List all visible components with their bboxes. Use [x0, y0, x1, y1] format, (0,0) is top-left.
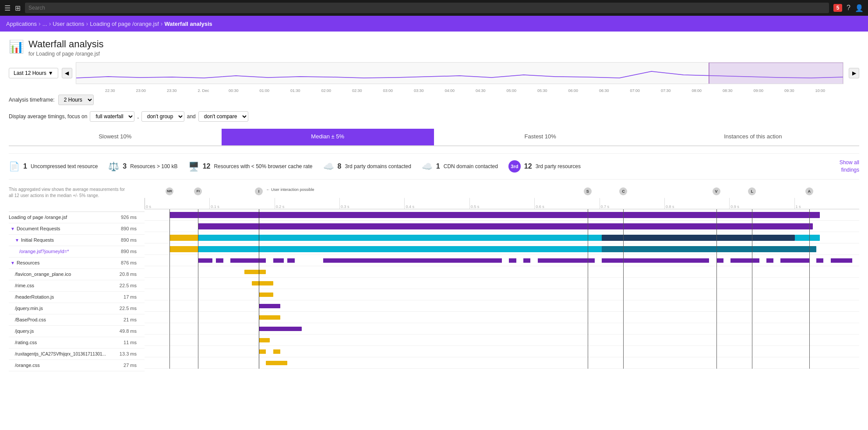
- bar-initial-cyan2: [795, 235, 820, 241]
- timeline-labels: 22:30 23:00 23:30 2. Dec 00:30 01:00 01:…: [105, 88, 846, 93]
- show-all-findings-link[interactable]: Show all findings: [840, 159, 859, 174]
- wf-time-headerrotation: 17 ms: [114, 294, 140, 300]
- bar-ruxitagent-2: [273, 349, 280, 354]
- expand-doc-icon: ▼: [11, 226, 15, 231]
- scale-icon: ⚖️: [108, 161, 119, 172]
- wf-row-initial: ▼ Initial Requests 890 ms: [9, 235, 145, 246]
- ruler: 0 s 0.1 s 0.2 s 0.3 s 0.4 s 0.5 s 0.6 s …: [145, 198, 859, 209]
- breadcrumb-waterfall: Waterfall analysis: [164, 21, 212, 27]
- wf-label-baseprod: /BaseProd.css: [9, 317, 114, 322]
- compare-select[interactable]: don't compare: [198, 111, 248, 122]
- breadcrumb-applications[interactable]: Applications: [6, 21, 37, 27]
- wf-time-rating: 11 ms: [114, 340, 140, 345]
- wf-label-root: Loading of page /orange.jsf: [9, 215, 114, 220]
- expand-resources-icon: ▼: [11, 261, 15, 265]
- breadcrumb-page-load[interactable]: Loading of page /orange.jsf: [90, 21, 159, 27]
- tab-slowest[interactable]: Slowest 10%: [9, 129, 222, 145]
- breadcrumb-user-actions[interactable]: User actions: [53, 21, 84, 27]
- breadcrumb: Applications › ... › User actions › Load…: [0, 16, 868, 32]
- wf-row-ruxitagent: /ruxitagentjs_ICA27SVfhijqrx_10136171130…: [9, 349, 145, 360]
- tab-instances[interactable]: Instances of this action: [647, 129, 860, 145]
- wf-label-orangecss: /orange.css: [9, 363, 114, 368]
- timeframe-select[interactable]: 2 Hours: [58, 95, 94, 105]
- findings-row: 📄 1 Uncompressed text resource ⚖️ 3 Reso…: [9, 153, 859, 180]
- timeline-section: Last 12 Hours ▼ ◀ Click the timeline to …: [9, 62, 859, 84]
- grid-icon[interactable]: ⊞: [15, 4, 21, 12]
- bar-initial-darkteal: [602, 235, 795, 241]
- wf-label-orangejsf[interactable]: /orange.jsf?journeyId=*: [9, 249, 114, 254]
- wf-time-ruxitagent: 13.3 ms: [114, 351, 140, 356]
- breadcrumb-app-name[interactable]: ...: [42, 21, 47, 27]
- waterfall-bars: [145, 209, 859, 369]
- help-icon[interactable]: ?: [847, 4, 850, 12]
- page-subtitle: for Loading of page /orange.jsf: [28, 51, 104, 57]
- finding-count-2: 3: [123, 162, 127, 170]
- wf-label-initial[interactable]: ▼ Initial Requests: [9, 237, 114, 243]
- bar-res-2: [216, 258, 223, 263]
- group-select[interactable]: don't group: [141, 111, 184, 122]
- wf-label-jquery: /jquery.js: [9, 328, 114, 334]
- bar-doc-purple: [198, 223, 813, 229]
- cloud-icon-2: ☁️: [422, 161, 433, 172]
- finding-label-1: Uncompressed text resource: [31, 163, 98, 169]
- aggregated-note: This aggregated view shows the average m…: [9, 187, 127, 199]
- display-prefix: Display average timings, focus on: [9, 113, 87, 120]
- vline-FI: [198, 209, 198, 369]
- bar-jquery: [259, 327, 302, 331]
- finding-label-6: 3rd party resources: [536, 163, 581, 169]
- marker-row: NR FI I ← User interaction possible S C …: [145, 187, 859, 196]
- bar-ruxitagent-1: [259, 349, 266, 354]
- timeframe-label: Analysis timeframe:: [9, 97, 55, 103]
- focus-select[interactable]: full waterfall: [90, 111, 134, 122]
- monitor-icon: 🖥️: [188, 161, 199, 172]
- finding-cdn: ☁️ 1 CDN domain contacted: [422, 161, 498, 172]
- marker-NR: NR: [166, 187, 173, 195]
- wf-row-rime: /rime.css 22.5 ms: [9, 280, 145, 292]
- marker-V: V: [713, 187, 720, 195]
- expand-initial-icon: ▼: [15, 238, 19, 243]
- notification-badge[interactable]: 5: [833, 4, 842, 12]
- third-party-badge: 3rd: [508, 160, 521, 173]
- bar-res-13: [730, 258, 759, 263]
- breadcrumb-sep-3: ›: [86, 20, 88, 27]
- waterfall-section: This aggregated view shows the average m…: [9, 187, 859, 371]
- ruler-spacer: [9, 201, 145, 212]
- breadcrumb-sep-1: ›: [39, 20, 41, 27]
- wf-label-rating: /rating.css: [9, 340, 114, 345]
- finding-count-3: 12: [203, 162, 211, 170]
- wf-row-rating: /rating.css 11 ms: [9, 337, 145, 349]
- bar-orangejsf-teal: [602, 246, 816, 252]
- wf-label-favicon: /favicon_orange_plane.ico: [9, 271, 114, 277]
- waterfall-label-column: This aggregated view shows the average m…: [9, 187, 145, 371]
- bar-res-1: [198, 258, 212, 263]
- user-icon[interactable]: 👤: [855, 4, 864, 12]
- finding-cache: 🖥️ 12 Resources with < 50% browser cache…: [188, 161, 313, 172]
- tab-fastest[interactable]: Fastest 10%: [434, 129, 647, 145]
- cloud-icon-1: ☁️: [323, 161, 334, 172]
- time-range-button[interactable]: Last 12 Hours ▼: [9, 68, 58, 78]
- wf-label-doc[interactable]: ▼ Document Requests: [9, 226, 114, 231]
- wf-label-headerrotation: /headerRotation.js: [9, 294, 114, 300]
- finding-3rd-resources: 3rd 12 3rd party resources: [508, 160, 581, 173]
- wf-time-rime: 22.5 ms: [114, 283, 140, 288]
- top-navigation: ☰ ⊞ 5 ? 👤: [0, 0, 868, 16]
- finding-count-6: 12: [524, 162, 532, 170]
- search-input[interactable]: [25, 3, 829, 13]
- hamburger-menu-icon[interactable]: ☰: [4, 4, 11, 12]
- percentile-tabs: Slowest 10% Median ± 5% Fastest 10% Inst…: [9, 129, 859, 146]
- wf-time-orangecss: 27 ms: [114, 363, 140, 368]
- tab-median[interactable]: Median ± 5%: [222, 129, 434, 145]
- timeline-chart[interactable]: Click the timeline to change the analysi…: [76, 62, 843, 84]
- waterfall-ruler-area: NR FI I ← User interaction possible S C …: [145, 187, 859, 209]
- timeline-prev-button[interactable]: ◀: [62, 68, 72, 78]
- bar-res-15: [780, 258, 809, 263]
- bar-headerrot: [259, 293, 273, 297]
- wf-label-ruxitagent: /ruxitagentjs_ICA27SVfhijqrx_10136171130…: [9, 352, 114, 356]
- wf-time-baseprod: 21 ms: [114, 317, 140, 322]
- breadcrumb-sep-4: ›: [161, 20, 163, 27]
- wf-label-resources[interactable]: ▼ Resources: [9, 260, 114, 265]
- display-separator-2: and: [187, 113, 196, 120]
- vline-I: [259, 209, 259, 369]
- wf-label-jquerymin: /jquery.min.js: [9, 306, 114, 311]
- timeline-next-button[interactable]: ▶: [849, 68, 859, 78]
